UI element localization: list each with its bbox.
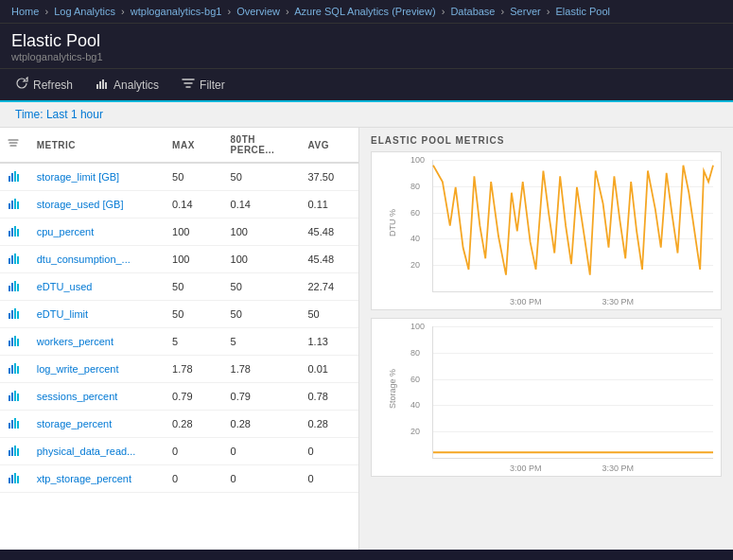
svg-rect-19 — [17, 256, 19, 264]
metric-max: 0.28 — [165, 411, 222, 438]
row-icon — [0, 191, 29, 219]
metric-max: 0.14 — [165, 191, 222, 219]
analytics-button[interactable]: Analytics — [92, 75, 163, 95]
metric-avg: 22.74 — [301, 273, 359, 301]
metric-p80: 100 — [223, 219, 301, 246]
refresh-button[interactable]: Refresh — [11, 75, 77, 95]
svg-rect-39 — [17, 394, 19, 401]
svg-rect-49 — [11, 475, 13, 483]
metric-max: 1.78 — [165, 356, 222, 383]
metric-max: 0 — [165, 438, 222, 465]
col-80th-header: 80TH PERCE... — [223, 128, 301, 163]
row-icon — [0, 328, 29, 356]
metric-p80: 0.79 — [223, 383, 301, 411]
analytics-label: Analytics — [113, 79, 159, 92]
metric-p80: 50 — [223, 163, 301, 191]
breadcrumb-workspace[interactable]: wtploganalytics-bg1 — [131, 6, 222, 17]
svg-rect-6 — [14, 171, 16, 182]
table-row[interactable]: physical_data_read... 0 0 0 — [0, 438, 358, 465]
table-row[interactable]: sessions_percent 0.79 0.79 0.78 — [0, 383, 358, 411]
svg-rect-40 — [9, 423, 10, 429]
metric-name: dtu_consumption_... — [29, 246, 165, 273]
table-row[interactable]: xtp_storage_percent 0 0 0 — [0, 465, 358, 493]
row-icon — [0, 273, 29, 301]
svg-rect-29 — [11, 338, 13, 346]
table-row[interactable]: storage_limit [GB] 50 50 37.50 — [0, 163, 358, 191]
svg-rect-30 — [14, 336, 16, 346]
table-row[interactable]: storage_used [GB] 0.14 0.14 0.11 — [0, 191, 358, 219]
dtu-y-label: DTU % — [388, 209, 397, 236]
metric-max: 0.79 — [165, 383, 222, 411]
metric-max: 100 — [165, 246, 222, 273]
row-icon — [0, 301, 29, 328]
chart-storage: Storage % 100 80 60 40 20 3:00 PM 3:30 P… — [371, 318, 722, 477]
metric-max: 5 — [165, 328, 222, 356]
metric-p80: 5 — [223, 328, 301, 356]
col-icon-header — [0, 128, 29, 163]
metric-avg: 45.48 — [301, 219, 359, 246]
svg-rect-51 — [17, 476, 19, 483]
table-row[interactable]: storage_percent 0.28 0.28 0.28 — [0, 411, 358, 438]
breadcrumb: Home › Log Analytics › wtploganalytics-b… — [0, 0, 733, 24]
svg-rect-36 — [9, 395, 10, 401]
table-row[interactable]: eDTU_used 50 50 22.74 — [0, 273, 358, 301]
metric-name: storage_used [GB] — [29, 191, 165, 219]
metric-p80: 0 — [223, 438, 301, 465]
table-row[interactable]: dtu_consumption_... 100 100 45.48 — [0, 246, 358, 273]
chart1-svg — [433, 160, 713, 291]
metric-p80: 0.14 — [223, 191, 301, 219]
metric-avg: 0 — [301, 438, 359, 465]
svg-rect-50 — [14, 473, 16, 483]
metric-max: 50 — [165, 273, 222, 301]
svg-rect-21 — [11, 283, 13, 291]
svg-rect-42 — [14, 418, 16, 429]
chart1-x-tick-1: 3:00 PM — [510, 297, 542, 306]
metrics-table: METRIC MAX 80TH PERCE... AVG storage_lim… — [0, 128, 358, 493]
filter-label: Filter — [200, 79, 225, 92]
chart2-inner: 100 80 60 40 20 3:00 PM 3:30 PM — [432, 326, 713, 459]
col-metric-header: METRIC — [29, 128, 165, 163]
svg-rect-44 — [9, 450, 10, 456]
table-row[interactable]: eDTU_limit 50 50 50 — [0, 301, 358, 328]
breadcrumb-azure-sql[interactable]: Azure SQL Analytics (Preview) — [294, 6, 435, 17]
svg-rect-8 — [9, 203, 10, 209]
breadcrumb-home[interactable]: Home — [11, 6, 39, 17]
breadcrumb-elastic-pool[interactable]: Elastic Pool — [555, 6, 609, 17]
breadcrumb-database[interactable]: Database — [450, 6, 495, 17]
svg-rect-15 — [17, 229, 19, 236]
breadcrumb-overview[interactable]: Overview — [236, 6, 280, 17]
chart1-inner: 100 80 60 40 20 3:00 PM 3:30 PM — [432, 160, 713, 292]
row-icon — [0, 383, 29, 411]
svg-rect-1 — [99, 81, 101, 89]
svg-rect-3 — [105, 82, 107, 89]
page-subtitle: wtploganalytics-bg1 — [11, 51, 722, 62]
row-icon — [0, 219, 29, 246]
page-header: Elastic Pool wtploganalytics-bg1 — [0, 24, 733, 69]
breadcrumb-server[interactable]: Server — [510, 6, 540, 17]
svg-rect-9 — [11, 201, 13, 209]
metric-avg: 50 — [301, 301, 359, 328]
svg-rect-20 — [9, 286, 10, 291]
metric-max: 100 — [165, 219, 222, 246]
svg-rect-22 — [14, 281, 16, 291]
metric-p80: 100 — [223, 246, 301, 273]
metric-name: physical_data_read... — [29, 438, 165, 465]
svg-rect-41 — [11, 420, 13, 429]
chart1-x-tick-2: 3:30 PM — [602, 297, 635, 306]
svg-rect-24 — [9, 313, 10, 319]
chart2-svg — [433, 326, 713, 458]
metric-avg: 0.78 — [301, 383, 359, 411]
table-row[interactable]: workers_percent 5 5 1.13 — [0, 328, 358, 356]
charts-panel: ELASTIC POOL METRICS DTU % 100 80 60 40 … — [359, 128, 733, 550]
row-icon — [0, 411, 29, 438]
row-icon — [0, 356, 29, 383]
table-row[interactable]: log_write_percent 1.78 1.78 0.01 — [0, 356, 358, 383]
metric-name: xtp_storage_percent — [29, 465, 165, 493]
svg-rect-31 — [17, 339, 19, 346]
breadcrumb-log-analytics[interactable]: Log Analytics — [54, 6, 115, 17]
filter-button[interactable]: Filter — [178, 75, 229, 95]
metric-max: 50 — [165, 301, 222, 328]
metric-p80: 0 — [223, 465, 301, 493]
table-row[interactable]: cpu_percent 100 100 45.48 — [0, 219, 358, 246]
svg-rect-25 — [11, 310, 13, 319]
